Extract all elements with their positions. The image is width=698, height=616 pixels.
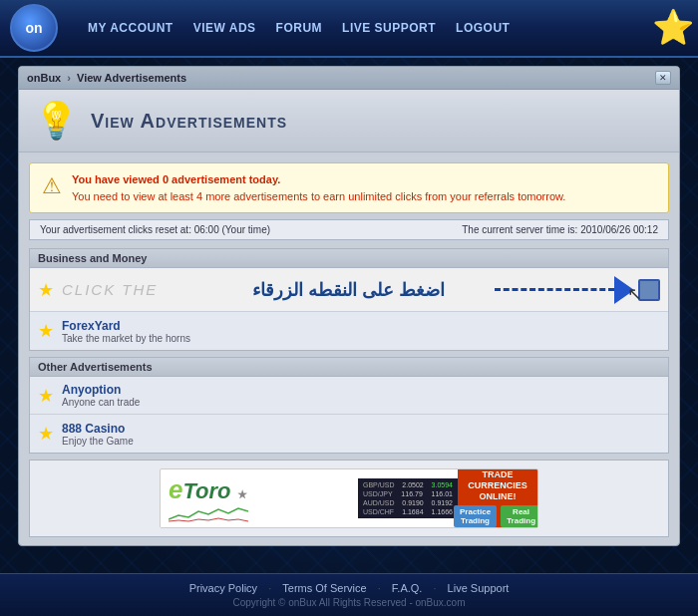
footer-support-link[interactable]: Live Support (448, 582, 510, 594)
logo[interactable]: on (10, 4, 58, 52)
casino888-star-icon: ★ (38, 423, 54, 445)
window-titlebar: onBux › View Advertisements ✕ (19, 67, 679, 90)
footer-links: Privacy Policy · Terms Of Service · F.A.… (8, 582, 690, 594)
breadcrumb-site: onBux (27, 72, 61, 84)
warning-text: You have viewed 0 advertisement today. Y… (72, 171, 565, 204)
arabic-instruction-text: اضغط على النقطه الزرقاء (252, 279, 445, 301)
casino888-content: 888 Casino Enjoy the Game (62, 422, 660, 447)
warning-box: ⚠ You have viewed 0 advertisement today.… (29, 162, 669, 213)
window-breadcrumb: onBux › View Advertisements (27, 72, 186, 84)
warning-line2: You need to view at least 4 more adverti… (72, 188, 565, 205)
footer: Privacy Policy · Terms Of Service · F.A.… (0, 573, 698, 616)
page-title: View Advertisements (91, 110, 287, 133)
etoro-cta: TRADE CURRENCIES ONLINE! Practice Tradin… (458, 468, 537, 528)
dashed-line (495, 288, 614, 291)
footer-faq-link[interactable]: F.A.Q. (392, 582, 423, 594)
etoro-banner[interactable]: eToro ★ GBP/USD2.05023.0594 USD/JPY116.7… (160, 468, 538, 528)
anyoption-desc: Anyone can trade (62, 397, 660, 408)
anyoption-ad-row: ★ Anyoption Anyone can trade (30, 377, 668, 415)
page-header-icon: 💡 (34, 100, 79, 142)
etoro-practice-button[interactable]: Practice Trading (454, 505, 497, 527)
footer-privacy-link[interactable]: Privacy Policy (189, 582, 257, 594)
etoro-chart-icon (169, 505, 248, 523)
business-money-section: Business and Money ★ CLICK THE اضغط على … (29, 248, 669, 351)
star-decoration-icon: ⭐ (652, 10, 688, 46)
footer-tos-link[interactable]: Terms Of Service (282, 582, 366, 594)
nav-view-ads[interactable]: VIEW ADS (193, 21, 256, 35)
page-header: 💡 View Advertisements (19, 90, 679, 153)
casino888-ad-row: ★ 888 Casino Enjoy the Game (30, 415, 668, 453)
forexyard-star-icon: ★ (38, 320, 54, 342)
reset-time-bar: Your advertisement clicks reset at: 06:0… (29, 219, 669, 240)
etoro-real-button[interactable]: Real Trading (501, 505, 538, 527)
etoro-rates: GBP/USD2.05023.0594 USD/JPY116.79116.01 … (358, 478, 458, 518)
other-ads-section: Other Advertisements ★ Anyoption Anyone … (29, 357, 669, 454)
nav-links: MY ACCOUNT VIEW ADS FORUM LIVE SUPPORT L… (88, 21, 652, 35)
featured-ad-row: ★ CLICK THE اضغط على النقطه الزرقاء ↖ (30, 268, 668, 312)
featured-ad-star-icon: ★ (38, 279, 54, 301)
server-time-right: The current server time is: 2010/06/26 0… (462, 224, 658, 235)
anyoption-content: Anyoption Anyone can trade (62, 383, 660, 408)
anyoption-star-icon: ★ (38, 385, 54, 407)
forexyard-desc: Take the market by the horns (62, 333, 660, 344)
etoro-left: eToro ★ (161, 470, 358, 527)
casino888-title[interactable]: 888 Casino (62, 422, 660, 436)
main-window: onBux › View Advertisements ✕ 💡 View Adv… (18, 66, 680, 546)
etoro-logo-icon: e (169, 474, 182, 504)
top-navigation: on MY ACCOUNT VIEW ADS FORUM LIVE SUPPOR… (0, 0, 698, 58)
nav-logout[interactable]: LOGOUT (456, 21, 510, 35)
nav-forum[interactable]: FORUM (276, 21, 323, 35)
banner-area: eToro ★ GBP/USD2.05023.0594 USD/JPY116.7… (29, 460, 669, 537)
anyoption-title[interactable]: Anyoption (62, 383, 660, 397)
etoro-logo: eToro ★ (169, 474, 350, 505)
footer-copyright: Copyright © onBux All Rights Reserved - … (8, 597, 690, 608)
footer-sep2: · (378, 582, 381, 594)
forexyard-ad-row: ★ ForexYard Take the market by the horns (30, 312, 668, 350)
nav-live-support[interactable]: LIVE SUPPORT (342, 21, 436, 35)
forexyard-content: ForexYard Take the market by the horns (62, 319, 660, 344)
warning-icon: ⚠ (42, 173, 62, 199)
footer-sep1: · (268, 582, 271, 594)
etoro-buttons: Practice Trading Real Trading (454, 505, 538, 527)
forexyard-title[interactable]: ForexYard (62, 319, 660, 333)
nav-my-account[interactable]: MY ACCOUNT (88, 21, 174, 35)
footer-sep3: · (433, 582, 436, 594)
business-money-header: Business and Money (30, 249, 668, 268)
breadcrumb-separator: › (67, 72, 74, 84)
warning-line1: You have viewed 0 advertisement today. (72, 171, 565, 188)
other-ads-header: Other Advertisements (30, 358, 668, 377)
etoro-cta-text: TRADE CURRENCIES ONLINE! (464, 469, 531, 501)
cursor-icon: ↖ (627, 283, 642, 305)
reset-time-left: Your advertisement clicks reset at: 06:0… (40, 224, 270, 235)
casino888-desc: Enjoy the Game (62, 436, 660, 447)
window-close-button[interactable]: ✕ (655, 71, 671, 85)
breadcrumb-page: View Advertisements (77, 72, 186, 84)
